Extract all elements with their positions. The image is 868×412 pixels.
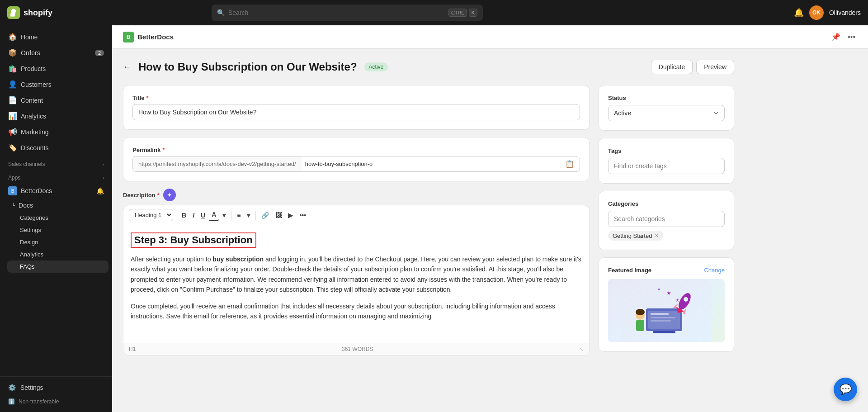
docs-tree-icon: └ xyxy=(12,203,15,208)
italic-button[interactable]: I xyxy=(190,210,197,221)
editor-body[interactable]: Step 3: Buy Subscription After selecting… xyxy=(123,225,589,343)
search-bar[interactable]: 🔍 CTRL K xyxy=(212,5,483,21)
sidebar-settings[interactable]: ⚙️ Settings xyxy=(4,380,108,395)
sidebar-item-products[interactable]: 🛍️ Products xyxy=(4,61,108,76)
preview-button[interactable]: Preview xyxy=(696,60,734,74)
title-input[interactable] xyxy=(132,104,580,120)
status-badge: Active xyxy=(364,62,388,71)
page-header: ← How to Buy Subscription on Our Website… xyxy=(123,60,734,74)
doc-para-2: Once completed, you'll receive an email … xyxy=(131,301,582,322)
more-toolbar-button[interactable]: ••• xyxy=(297,210,309,221)
sidebar-item-home-label: Home xyxy=(21,33,38,41)
getting-started-tag-label: Getting Started xyxy=(613,232,652,239)
font-color-button[interactable]: A xyxy=(209,209,219,221)
apps-section[interactable]: Apps › xyxy=(4,169,108,183)
video-button[interactable]: ▶ xyxy=(285,210,296,221)
remove-category-button[interactable]: × xyxy=(655,232,658,239)
content-icon: 📄 xyxy=(8,96,16,104)
back-button[interactable]: ← xyxy=(123,62,131,72)
sidebar-item-analytics-label: Analytics xyxy=(21,113,46,120)
sidebar-footer: ⚙️ Settings ℹ️ Non-transferable xyxy=(0,376,112,412)
ai-assist-button[interactable]: ✦ xyxy=(163,189,176,201)
sidebar-item-design[interactable]: Design xyxy=(7,236,108,248)
sidebar-item-discounts[interactable]: 🏷️ Discounts xyxy=(4,140,108,156)
duplicate-button[interactable]: Duplicate xyxy=(651,60,693,74)
tags-input[interactable] xyxy=(608,158,725,174)
svg-rect-4 xyxy=(651,313,669,315)
sales-channels-chevron: › xyxy=(103,162,104,167)
docs-root[interactable]: └ Docs xyxy=(7,199,108,212)
products-icon: 🛍️ xyxy=(8,64,16,73)
align-button[interactable]: ≡ xyxy=(234,210,243,221)
apps-chevron: › xyxy=(103,175,104,180)
sidebar-item-betterdocs[interactable]: B BetterDocs 🔔 xyxy=(4,183,108,199)
align-dropdown-button[interactable]: ▾ xyxy=(244,210,253,221)
categories-label: Categories xyxy=(608,200,725,207)
settings-gear-icon: ⚙️ xyxy=(8,384,16,391)
permalink-wrapper: https://jamitest.myshopify.com/a/docs-de… xyxy=(132,156,580,172)
copy-permalink-button[interactable]: 📋 xyxy=(560,160,580,168)
shopify-logo[interactable]: shopify xyxy=(7,6,52,19)
image-button[interactable]: 🖼 xyxy=(273,210,284,221)
status-card: Status Active Draft xyxy=(599,85,734,131)
categories-input[interactable] xyxy=(608,211,725,227)
orders-icon: 📦 xyxy=(8,48,16,57)
svg-rect-6 xyxy=(651,320,671,322)
more-options-button[interactable]: ••• xyxy=(846,31,857,43)
status-select[interactable]: Active Draft xyxy=(608,105,725,121)
change-image-button[interactable]: Change xyxy=(704,267,725,274)
desc-label: Description * xyxy=(123,192,160,199)
discounts-icon: 🏷️ xyxy=(8,143,16,152)
sidebar-item-analytics[interactable]: 📊 Analytics xyxy=(4,108,108,124)
resize-handle[interactable]: ⤡ xyxy=(579,346,584,352)
customers-icon: 👤 xyxy=(8,80,16,89)
sidebar-item-faqs[interactable]: FAQs xyxy=(7,260,108,273)
title-card: Title * xyxy=(123,85,590,130)
featured-image-svg: ★ ★ ★ xyxy=(621,279,712,342)
title-required: * xyxy=(146,95,149,101)
link-button[interactable]: 🔗 xyxy=(259,210,272,221)
app-header: B BetterDocs 📌 ••• xyxy=(112,25,868,49)
featured-image-placeholder: ★ ★ ★ xyxy=(608,279,725,342)
permalink-required: * xyxy=(162,147,165,153)
betterdocs-bell-icon[interactable]: 🔔 xyxy=(96,187,104,194)
sidebar-item-marketing-label: Marketing xyxy=(21,128,48,136)
sidebar-item-home[interactable]: 🏠 Home xyxy=(4,29,108,45)
editor-card: Heading 1 B I U A ▾ ≡ ▾ xyxy=(123,205,590,355)
sidebar-item-settings[interactable]: Settings xyxy=(7,224,108,236)
underline-button[interactable]: U xyxy=(198,210,208,221)
topbar: shopify 🔍 CTRL K 🔔 OK Ollivanders xyxy=(0,0,868,25)
sidebar-item-orders[interactable]: 📦 Orders 2 xyxy=(4,45,108,61)
avatar[interactable]: OK xyxy=(809,5,824,20)
chat-bubble-button[interactable]: 💬 xyxy=(834,378,857,401)
svg-point-9 xyxy=(636,309,645,315)
svg-rect-5 xyxy=(651,317,675,318)
search-input[interactable] xyxy=(228,9,445,16)
sidebar-item-marketing[interactable]: 📢 Marketing xyxy=(4,124,108,140)
betterdocs-app-icon: B xyxy=(8,186,17,195)
marketing-icon: 📢 xyxy=(8,128,16,136)
sidebar-item-customers[interactable]: 👤 Customers xyxy=(4,76,108,92)
heading-style-select[interactable]: Heading 1 xyxy=(129,209,173,221)
status-card-label: Status xyxy=(608,95,725,101)
sidebar-item-content-label: Content xyxy=(21,97,43,104)
permalink-label: Permalink * xyxy=(132,147,580,153)
desc-required: * xyxy=(157,192,160,199)
page-title: How to Buy Subscription on Our Website? xyxy=(138,61,357,73)
brand-name: shopify xyxy=(24,8,52,18)
permalink-slug-input[interactable] xyxy=(302,156,560,171)
analytics-icon: 📊 xyxy=(8,112,16,120)
sidebar-item-content[interactable]: 📄 Content xyxy=(4,92,108,108)
content-area: B BetterDocs 📌 ••• ← How to Buy Subscrip… xyxy=(112,25,868,412)
bold-button[interactable]: B xyxy=(179,210,189,221)
notification-bell-icon[interactable]: 🔔 xyxy=(794,8,804,18)
sidebar-nav: 🏠 Home 📦 Orders 2 🛍️ Products 👤 Customer… xyxy=(0,25,112,376)
store-name[interactable]: Ollivanders xyxy=(829,9,861,16)
sidebar-item-analytics-sub[interactable]: Analytics xyxy=(7,248,108,260)
sales-channels-section[interactable]: Sales channels › xyxy=(4,156,108,169)
sidebar-item-categories[interactable]: Categories xyxy=(7,212,108,224)
pin-button[interactable]: 📌 xyxy=(830,31,842,43)
docs-tree: └ Docs Categories Settings Design Analyt… xyxy=(4,199,108,273)
word-count: 361 WORDS xyxy=(342,346,373,352)
color-picker-button[interactable]: ▾ xyxy=(220,210,228,221)
